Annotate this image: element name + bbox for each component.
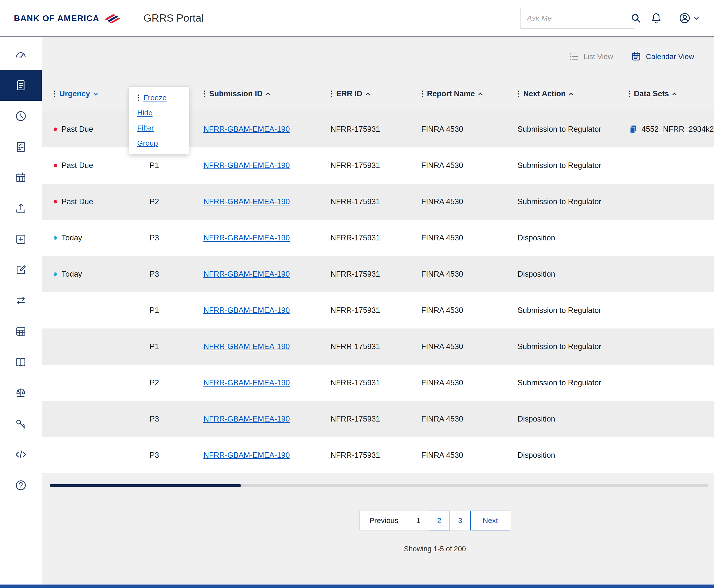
urgency-cell: Today [54, 270, 139, 279]
sidebar-item-library[interactable] [0, 347, 42, 378]
page-1-button[interactable]: 1 [408, 510, 429, 530]
column-header-next-action[interactable]: Next Action [518, 89, 628, 98]
submission-id-link[interactable]: NFRR-GBAM-EMEA-190 [204, 306, 290, 315]
submission-id-link[interactable]: NFRR-GBAM-EMEA-190 [204, 161, 290, 170]
submission-id-link[interactable]: NFRR-GBAM-EMEA-190 [204, 451, 290, 460]
search-input[interactable] [521, 14, 630, 22]
kebab-menu-icon[interactable] [54, 90, 56, 98]
urgency-cell: Past Due [54, 197, 139, 206]
next-action-cell: Disposition [518, 233, 628, 243]
sidebar-item-transfer[interactable] [0, 285, 42, 316]
urgency-dot [54, 236, 57, 240]
column-header-submission-id[interactable]: Submission ID [204, 89, 331, 98]
sidebar-item-dashboard[interactable] [0, 39, 42, 70]
kebab-menu-icon[interactable] [204, 90, 206, 98]
table-row: P2 NFRR-GBAM-EMEA-190 NFRR-175931 FINRA … [42, 365, 714, 401]
sidebar-item-history[interactable] [0, 101, 42, 131]
table-row: P1 NFRR-GBAM-EMEA-190 NFRR-175931 FINRA … [42, 292, 714, 329]
column-label: Urgency [59, 89, 90, 98]
submission-id-cell: NFRR-GBAM-EMEA-190 [204, 451, 331, 460]
horizontal-scrollbar-track[interactable] [49, 484, 709, 487]
sidebar-item-access[interactable] [0, 408, 42, 439]
table-row: Past Due P2 NFRR-GBAM-EMEA-190 NFRR-1759… [42, 184, 714, 220]
top-bar: BANK OF AMERICA GRRS Portal [0, 0, 714, 37]
column-header-report-name[interactable]: Report Name [421, 89, 518, 98]
page-2-button[interactable]: 2 [429, 510, 450, 530]
checklist-icon [14, 141, 27, 153]
menu-item-group[interactable]: Group [129, 135, 189, 151]
submission-id-link[interactable]: NFRR-GBAM-EMEA-190 [204, 197, 290, 206]
calendar-view-button[interactable]: Calendar View [631, 51, 694, 62]
submission-id-link[interactable]: NFRR-GBAM-EMEA-190 [204, 342, 290, 351]
previous-page-button[interactable]: Previous [359, 510, 408, 530]
next-action-cell: Submission to Regulator [518, 378, 628, 387]
sidebar-item-edit[interactable] [0, 255, 42, 285]
copy-files-icon[interactable] [628, 124, 638, 134]
sidebar-item-table[interactable] [0, 316, 42, 347]
submission-id-cell: NFRR-GBAM-EMEA-190 [204, 306, 331, 315]
column-header-err-id[interactable]: ERR ID [331, 89, 421, 98]
urgency-label: Past Due [62, 125, 93, 134]
sidebar-item-add[interactable] [0, 224, 42, 255]
edit-compose-icon [14, 264, 27, 276]
urgency-label: Today [62, 270, 82, 279]
sidebar-item-help[interactable] [0, 470, 42, 501]
table-row: Today P3 NFRR-GBAM-EMEA-190 NFRR-175931 … [42, 220, 714, 256]
horizontal-scrollbar-thumb[interactable] [49, 484, 241, 487]
next-page-button[interactable]: Next [470, 510, 510, 530]
menu-item-freeze[interactable]: Freeze [129, 90, 189, 105]
view-toggle: List View Calendar View [42, 37, 714, 77]
kebab-menu-icon[interactable] [331, 90, 333, 98]
err-id-cell: NFRR-175931 [331, 161, 421, 170]
sidebar-item-code[interactable] [0, 439, 42, 470]
kebab-menu-icon[interactable] [421, 90, 423, 98]
urgency-dot [54, 200, 57, 204]
column-context-menu: Freeze Hide Filter Group [129, 86, 189, 154]
submission-id-cell: NFRR-GBAM-EMEA-190 [204, 197, 331, 206]
profile-menu-button[interactable] [678, 12, 700, 25]
table-row: P3 NFRR-GBAM-EMEA-190 NFRR-175931 FINRA … [42, 401, 714, 437]
search-box [520, 8, 634, 28]
transfer-arrows-icon [14, 294, 27, 307]
open-book-icon [14, 356, 27, 369]
err-id-cell: NFRR-175931 [331, 197, 421, 206]
list-view-button[interactable]: List View [569, 51, 613, 62]
submission-id-link[interactable]: NFRR-GBAM-EMEA-190 [204, 270, 290, 279]
err-id-cell: NFRR-175931 [331, 233, 421, 243]
kebab-menu-icon[interactable] [628, 90, 630, 98]
priority-cell: P2 [139, 197, 204, 206]
report-name-cell: FINRA 4530 [421, 451, 518, 460]
submission-id-link[interactable]: NFRR-GBAM-EMEA-190 [204, 415, 290, 423]
err-id-cell: NFRR-175931 [331, 125, 421, 134]
sort-asc-icon [365, 92, 370, 97]
sidebar-item-upload[interactable] [0, 193, 42, 224]
bank-of-america-logo[interactable]: BANK OF AMERICA [14, 13, 121, 23]
err-id-cell: NFRR-175931 [331, 378, 421, 387]
page-3-button[interactable]: 3 [449, 510, 471, 530]
urgency-label: Past Due [62, 197, 93, 206]
submission-id-link[interactable]: NFRR-GBAM-EMEA-190 [204, 233, 290, 243]
sidebar-item-reports[interactable] [0, 70, 42, 101]
kebab-menu-icon[interactable] [518, 90, 520, 98]
column-header-urgency[interactable]: Urgency [54, 89, 139, 98]
chevron-down-icon [693, 14, 700, 22]
submission-id-link[interactable]: NFRR-GBAM-EMEA-190 [204, 378, 290, 387]
calendar-view-icon [631, 51, 641, 62]
menu-item-hide[interactable]: Hide [129, 105, 189, 120]
calendar-view-label: Calendar View [646, 52, 694, 61]
menu-item-filter[interactable]: Filter [129, 120, 189, 135]
urgency-dot [54, 164, 57, 167]
report-name-cell: FINRA 4530 [421, 161, 518, 170]
sort-desc-icon [93, 91, 98, 95]
notifications-button[interactable] [650, 12, 663, 24]
submission-id-link[interactable]: NFRR-GBAM-EMEA-190 [204, 125, 290, 134]
err-id-cell: NFRR-175931 [331, 415, 421, 423]
sidebar-item-compliance[interactable] [0, 378, 42, 408]
column-header-data-sets[interactable]: Data Sets [628, 89, 714, 98]
urgency-cell: Past Due [54, 161, 139, 170]
search-button[interactable] [630, 8, 641, 28]
sidebar-item-schedule[interactable] [0, 162, 42, 193]
sidebar-item-tasks[interactable] [0, 131, 42, 162]
report-name-cell: FINRA 4530 [421, 197, 518, 206]
priority-cell: P3 [139, 415, 204, 423]
